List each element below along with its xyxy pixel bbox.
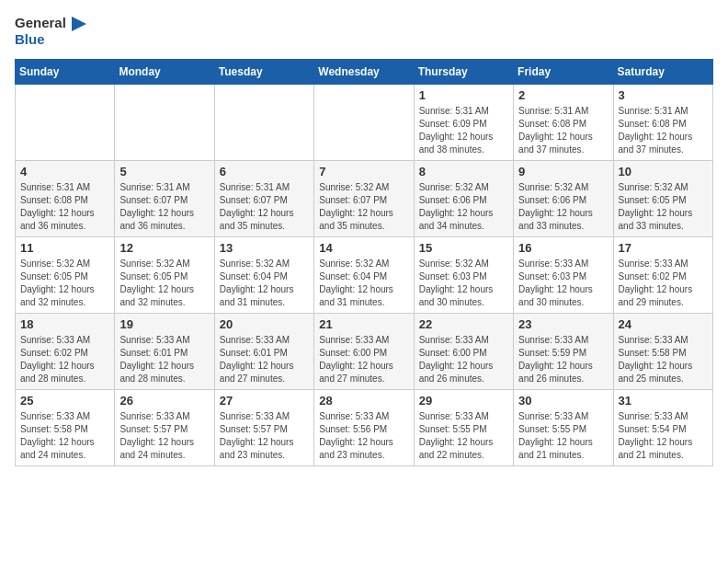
calendar-cell: 1Sunrise: 5:31 AMSunset: 6:09 PMDaylight… xyxy=(414,85,513,161)
day-info: Sunrise: 5:32 AMSunset: 6:06 PMDaylight:… xyxy=(518,181,608,233)
calendar-cell: 22Sunrise: 5:33 AMSunset: 6:00 PMDayligh… xyxy=(414,314,513,390)
day-number: 3 xyxy=(619,88,708,102)
page-header: General Blue xyxy=(15,15,713,48)
header-thursday: Thursday xyxy=(414,60,513,85)
logo-general: General xyxy=(15,15,86,31)
header-tuesday: Tuesday xyxy=(214,60,313,85)
header-wednesday: Wednesday xyxy=(314,60,414,85)
week-row-3: 11Sunrise: 5:32 AMSunset: 6:05 PMDayligh… xyxy=(16,237,713,314)
calendar-cell xyxy=(115,85,214,161)
day-number: 11 xyxy=(20,241,109,255)
day-info: Sunrise: 5:32 AMSunset: 6:04 PMDaylight:… xyxy=(319,258,408,309)
calendar-cell xyxy=(214,85,313,161)
day-info: Sunrise: 5:31 AMSunset: 6:08 PMDaylight:… xyxy=(20,181,109,233)
day-info: Sunrise: 5:32 AMSunset: 6:05 PMDaylight:… xyxy=(619,181,708,233)
header-saturday: Saturday xyxy=(613,60,712,85)
calendar-cell: 5Sunrise: 5:31 AMSunset: 6:07 PMDaylight… xyxy=(115,161,214,237)
day-number: 20 xyxy=(220,317,309,331)
day-number: 28 xyxy=(319,394,408,408)
day-info: Sunrise: 5:33 AMSunset: 5:57 PMDaylight:… xyxy=(220,410,309,462)
calendar-cell: 19Sunrise: 5:33 AMSunset: 6:01 PMDayligh… xyxy=(115,314,214,390)
day-number: 26 xyxy=(119,394,209,408)
day-info: Sunrise: 5:33 AMSunset: 5:54 PMDaylight:… xyxy=(619,410,708,462)
calendar-cell: 28Sunrise: 5:33 AMSunset: 5:56 PMDayligh… xyxy=(314,390,414,466)
logo: General Blue xyxy=(15,15,86,48)
calendar-cell: 24Sunrise: 5:33 AMSunset: 5:58 PMDayligh… xyxy=(613,314,712,390)
calendar-cell: 11Sunrise: 5:32 AMSunset: 6:05 PMDayligh… xyxy=(16,237,115,314)
calendar-cell: 4Sunrise: 5:31 AMSunset: 6:08 PMDaylight… xyxy=(16,161,115,237)
day-info: Sunrise: 5:33 AMSunset: 5:55 PMDaylight:… xyxy=(419,410,508,462)
day-number: 2 xyxy=(518,88,608,102)
day-info: Sunrise: 5:33 AMSunset: 5:56 PMDaylight:… xyxy=(319,410,408,462)
day-info: Sunrise: 5:33 AMSunset: 6:00 PMDaylight:… xyxy=(319,334,408,385)
day-number: 8 xyxy=(419,165,508,178)
week-row-1: 1Sunrise: 5:31 AMSunset: 6:09 PMDaylight… xyxy=(16,85,713,161)
calendar-cell: 3Sunrise: 5:31 AMSunset: 6:08 PMDaylight… xyxy=(613,85,712,161)
day-info: Sunrise: 5:33 AMSunset: 5:57 PMDaylight:… xyxy=(119,410,209,462)
calendar-cell: 30Sunrise: 5:33 AMSunset: 5:55 PMDayligh… xyxy=(514,390,613,466)
calendar-cell xyxy=(16,85,115,161)
day-info: Sunrise: 5:32 AMSunset: 6:03 PMDaylight:… xyxy=(419,258,508,309)
day-info: Sunrise: 5:33 AMSunset: 6:02 PMDaylight:… xyxy=(619,258,708,309)
day-number: 4 xyxy=(20,165,109,178)
day-number: 1 xyxy=(419,88,508,102)
calendar-cell: 15Sunrise: 5:32 AMSunset: 6:03 PMDayligh… xyxy=(414,237,513,314)
day-info: Sunrise: 5:32 AMSunset: 6:06 PMDaylight:… xyxy=(419,181,508,233)
header-sunday: Sunday xyxy=(16,60,115,85)
calendar-cell: 10Sunrise: 5:32 AMSunset: 6:05 PMDayligh… xyxy=(613,161,712,237)
day-info: Sunrise: 5:31 AMSunset: 6:09 PMDaylight:… xyxy=(419,105,508,156)
calendar-cell: 23Sunrise: 5:33 AMSunset: 5:59 PMDayligh… xyxy=(514,314,613,390)
day-number: 16 xyxy=(518,241,608,255)
day-info: Sunrise: 5:33 AMSunset: 5:58 PMDaylight:… xyxy=(20,410,109,462)
day-number: 25 xyxy=(20,394,109,408)
day-number: 24 xyxy=(619,317,708,331)
day-info: Sunrise: 5:33 AMSunset: 6:02 PMDaylight:… xyxy=(20,334,109,385)
day-number: 14 xyxy=(319,241,408,255)
day-number: 21 xyxy=(319,317,408,331)
day-number: 13 xyxy=(220,241,309,255)
svg-marker-0 xyxy=(72,17,86,31)
day-number: 31 xyxy=(619,394,708,408)
day-info: Sunrise: 5:33 AMSunset: 6:01 PMDaylight:… xyxy=(220,334,309,385)
calendar-cell: 25Sunrise: 5:33 AMSunset: 5:58 PMDayligh… xyxy=(16,390,115,466)
day-number: 19 xyxy=(119,317,209,331)
day-info: Sunrise: 5:33 AMSunset: 6:03 PMDaylight:… xyxy=(518,258,608,309)
day-info: Sunrise: 5:33 AMSunset: 6:01 PMDaylight:… xyxy=(119,334,209,385)
day-info: Sunrise: 5:31 AMSunset: 6:08 PMDaylight:… xyxy=(619,105,708,156)
day-info: Sunrise: 5:33 AMSunset: 5:59 PMDaylight:… xyxy=(518,334,608,385)
day-number: 15 xyxy=(419,241,508,255)
calendar-cell: 18Sunrise: 5:33 AMSunset: 6:02 PMDayligh… xyxy=(16,314,115,390)
calendar-cell: 31Sunrise: 5:33 AMSunset: 5:54 PMDayligh… xyxy=(613,390,712,466)
logo-arrow-icon xyxy=(72,17,86,31)
calendar-table: SundayMondayTuesdayWednesdayThursdayFrid… xyxy=(15,59,713,466)
day-number: 7 xyxy=(319,165,408,178)
day-info: Sunrise: 5:31 AMSunset: 6:08 PMDaylight:… xyxy=(518,105,608,156)
day-number: 29 xyxy=(419,394,508,408)
calendar-cell: 14Sunrise: 5:32 AMSunset: 6:04 PMDayligh… xyxy=(314,237,414,314)
calendar-cell: 17Sunrise: 5:33 AMSunset: 6:02 PMDayligh… xyxy=(613,237,712,314)
day-number: 23 xyxy=(518,317,608,331)
days-header-row: SundayMondayTuesdayWednesdayThursdayFrid… xyxy=(16,60,713,85)
logo-blue: Blue xyxy=(15,31,86,48)
day-info: Sunrise: 5:32 AMSunset: 6:04 PMDaylight:… xyxy=(220,258,309,309)
day-number: 18 xyxy=(20,317,109,331)
day-info: Sunrise: 5:33 AMSunset: 5:58 PMDaylight:… xyxy=(619,334,708,385)
week-row-5: 25Sunrise: 5:33 AMSunset: 5:58 PMDayligh… xyxy=(16,390,713,466)
calendar-cell: 12Sunrise: 5:32 AMSunset: 6:05 PMDayligh… xyxy=(115,237,214,314)
day-number: 27 xyxy=(220,394,309,408)
calendar-cell: 29Sunrise: 5:33 AMSunset: 5:55 PMDayligh… xyxy=(414,390,513,466)
day-info: Sunrise: 5:31 AMSunset: 6:07 PMDaylight:… xyxy=(119,181,209,233)
calendar-cell: 20Sunrise: 5:33 AMSunset: 6:01 PMDayligh… xyxy=(214,314,313,390)
day-number: 9 xyxy=(518,165,608,178)
day-number: 6 xyxy=(220,165,309,178)
header-monday: Monday xyxy=(115,60,214,85)
day-info: Sunrise: 5:32 AMSunset: 6:05 PMDaylight:… xyxy=(20,258,109,309)
week-row-2: 4Sunrise: 5:31 AMSunset: 6:08 PMDaylight… xyxy=(16,161,713,237)
calendar-cell: 8Sunrise: 5:32 AMSunset: 6:06 PMDaylight… xyxy=(414,161,513,237)
calendar-cell: 7Sunrise: 5:32 AMSunset: 6:07 PMDaylight… xyxy=(314,161,414,237)
day-number: 30 xyxy=(518,394,608,408)
day-number: 10 xyxy=(619,165,708,178)
day-info: Sunrise: 5:33 AMSunset: 6:00 PMDaylight:… xyxy=(419,334,508,385)
calendar-cell: 6Sunrise: 5:31 AMSunset: 6:07 PMDaylight… xyxy=(214,161,313,237)
calendar-cell: 26Sunrise: 5:33 AMSunset: 5:57 PMDayligh… xyxy=(115,390,214,466)
